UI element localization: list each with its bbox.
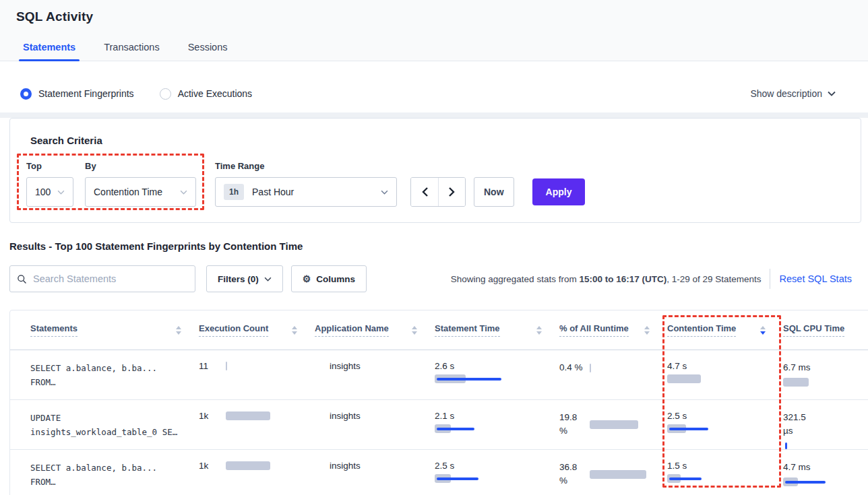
radio-selected-icon[interactable] [20,88,32,100]
sort-icon[interactable] [644,326,650,335]
sql-activity-page: SQL Activity Statements Transactions Ses… [0,0,868,495]
statement-time-cell: 2.1 s [435,411,559,433]
table-row[interactable]: SELECT a.balance, b.ba... FROM… 11 insig… [10,350,868,399]
contention-time-bar [667,374,783,383]
time-range-badge: 1h [224,184,244,200]
sql-cpu-time-cell: 4.7 ms [783,461,868,486]
contention-time-cell: 1.5 s [667,461,783,483]
contention-time-cell: 4.7 s [667,361,783,383]
sql-cpu-time-cell: 6.7 ms [783,361,868,387]
page-title: SQL Activity [16,9,868,24]
sort-icon[interactable] [412,326,417,335]
time-range-pager [410,177,466,207]
tab-transactions[interactable]: Transactions [104,42,159,61]
by-select[interactable]: Contention Time [85,177,196,207]
sql-cpu-time-bar [783,441,868,450]
sort-icon[interactable] [176,326,181,335]
time-range-field: Time Range 1h Past Hour [215,161,397,207]
by-label: By [85,161,196,171]
prev-time-button[interactable] [411,178,438,206]
chevron-down-icon [180,190,187,195]
tab-bar: Statements Transactions Sessions [23,42,868,61]
pct-runtime-bar [590,420,638,429]
top-field: Top 100 [26,161,73,207]
tab-sessions[interactable]: Sessions [188,42,228,61]
section-gap [0,112,868,118]
reset-wrap: Reset SQL Stats [762,269,859,289]
search-statements-input[interactable] [33,273,188,284]
pct-runtime-cell: 0.4 % [559,361,667,374]
search-statements-box[interactable] [9,265,195,292]
col-header-statement-time[interactable]: Statement Time [435,323,559,337]
results-heading: Results - Top 100 Statement Fingerprints… [9,240,868,252]
filters-button[interactable]: Filters (0) [206,265,283,292]
page-header: SQL Activity Statements Transactions Ses… [0,0,868,61]
columns-button[interactable]: ⚙ Columns [291,265,367,292]
contention-time-bar [667,424,783,433]
contention-time-cell: 2.5 s [667,411,783,433]
vertical-divider [770,269,770,289]
statement-time-cell: 2.6 s [435,361,559,383]
now-button[interactable]: Now [474,177,514,207]
execution-count-cell: 11 [199,361,315,371]
time-range-label: Time Range [215,161,397,171]
radio-unselected-icon[interactable] [160,88,171,100]
col-header-application-name[interactable]: Application Name [315,323,435,337]
statement-time-bar [435,374,559,383]
execution-count-bar [226,461,270,470]
top-select[interactable]: 100 [26,177,73,207]
chevron-down-icon [57,190,65,195]
execution-count-cell: 1k [199,411,315,421]
statement-time-bar [435,424,559,433]
statement-fingerprint-link[interactable]: UPDATE insights_workload_table_0 SE… [30,411,199,439]
col-header-sql-cpu-time[interactable]: SQL CPU Time [783,323,868,337]
tab-statements[interactable]: Statements [23,42,75,61]
application-name-cell: insights [315,461,435,471]
top-label: Top [26,161,73,171]
chevron-down-icon [828,91,836,96]
radio-label: Statement Fingerprints [38,88,134,99]
results-controls: Filters (0) ⚙ Columns Showing aggregated… [9,265,859,292]
search-icon [17,274,27,284]
sql-cpu-time-bar [783,378,868,387]
statement-fingerprint-link[interactable]: SELECT a.balance, b.ba... FROM… [30,461,199,489]
table-row[interactable]: UPDATE insights_workload_table_0 SE… 1k … [10,399,868,449]
table-header-row: Statements Execution Count Application N… [10,310,868,350]
statement-time-bar [435,474,559,483]
statement-fingerprint-link[interactable]: SELECT a.balance, b.ba... FROM… [30,361,199,389]
radio-statement-fingerprints[interactable]: Statement Fingerprints [20,88,134,100]
pct-runtime-cell: 36.8 % [559,461,667,488]
chevron-down-icon [381,190,388,195]
apply-button[interactable]: Apply [532,178,586,205]
search-criteria-card: Search Criteria Top 100 By Contention Ti… [9,118,861,223]
contention-time-bar [667,474,783,483]
by-select-value: Contention Time [94,187,162,197]
view-toggle-bar: Statement Fingerprints Active Executions… [0,75,868,112]
columns-label: Columns [316,274,355,284]
sort-desc-icon[interactable] [760,326,766,335]
radio-active-executions[interactable]: Active Executions [160,88,253,100]
pct-runtime-cell: 19.8 % [559,411,667,438]
col-header-statements[interactable]: Statements [30,323,199,337]
reset-sql-stats-link[interactable]: Reset SQL Stats [780,273,859,284]
col-header-execution-count[interactable]: Execution Count [199,323,315,337]
col-header-pct-all-runtime[interactable]: % of All Runtime [559,323,667,337]
sort-icon[interactable] [292,326,297,335]
by-field: By Contention Time [85,161,196,207]
sql-cpu-time-bar [783,477,868,486]
pct-runtime-bar [590,364,591,372]
sort-icon[interactable] [536,326,542,335]
show-description-label: Show description [750,88,822,99]
chevron-right-icon [449,187,455,197]
search-criteria-heading: Search Criteria [30,135,861,146]
execution-count-bar [226,411,270,420]
filters-label: Filters (0) [218,274,259,284]
radio-label: Active Executions [178,88,253,99]
table-row[interactable]: SELECT a.balance, b.ba... FROM… 1k insig… [10,449,868,495]
show-description-toggle[interactable]: Show description [750,88,848,99]
application-name-cell: insights [315,361,435,371]
col-header-contention-time[interactable]: Contention Time [667,323,783,337]
time-range-value: Past Hour [252,187,294,197]
time-range-select[interactable]: 1h Past Hour [215,177,397,207]
next-time-button[interactable] [438,178,465,206]
